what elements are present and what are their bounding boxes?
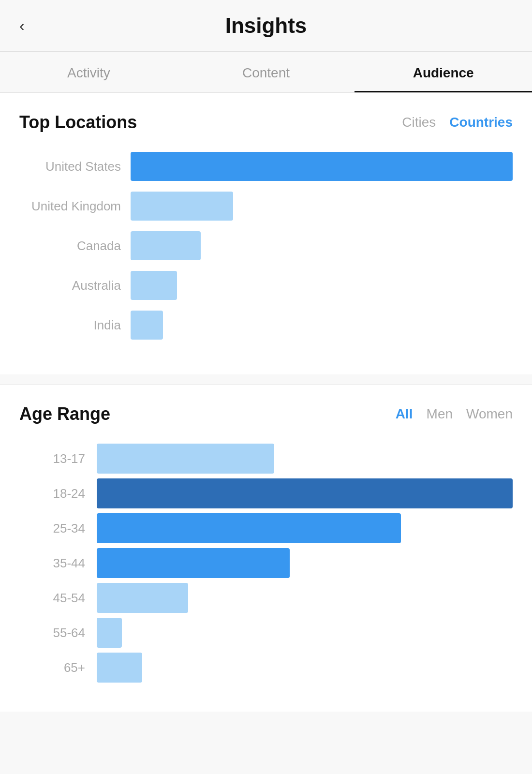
bar-fill [131,311,163,340]
age-bar-track [97,513,513,543]
top-locations-section: Top Locations Cities Countries United St… [0,93,532,374]
age-bar-row: 18-24 [19,478,513,508]
bar-label: Australia [19,278,131,293]
bar-row: United States [19,152,513,181]
age-bar-label: 65+ [19,660,97,675]
tab-activity[interactable]: Activity [0,52,177,92]
bar-row: Canada [19,231,513,260]
age-range-header: Age Range All Men Women [19,404,513,424]
age-bar-fill [97,444,274,474]
bar-label: United States [19,159,131,174]
age-range-section: Age Range All Men Women 13-1718-2425-343… [0,385,532,712]
age-bar-track [97,444,513,474]
age-bar-row: 13-17 [19,444,513,474]
bar-fill [131,192,233,221]
filter-cities[interactable]: Cities [402,115,436,130]
back-button[interactable]: ‹ [19,18,25,33]
age-bar-label: 18-24 [19,486,97,501]
bar-fill [131,152,513,181]
age-bar-track [97,478,513,508]
bar-track [131,231,513,260]
age-bar-fill [97,478,513,508]
age-bar-track [97,653,513,683]
age-bar-fill [97,548,290,578]
age-bar-label: 55-64 [19,625,97,640]
bar-row: United Kingdom [19,192,513,221]
location-filters: Cities Countries [402,115,513,130]
age-bar-fill [97,513,401,543]
age-bar-label: 35-44 [19,556,97,571]
bar-row: Australia [19,271,513,300]
age-bar-label: 25-34 [19,521,97,536]
tabs-bar: Activity Content Audience [0,52,532,93]
bar-label: Canada [19,238,131,253]
age-bar-label: 13-17 [19,451,97,466]
age-filters: All Men Women [396,406,513,422]
bar-track [131,152,513,181]
age-bar-row: 25-34 [19,513,513,543]
bar-fill [131,231,201,260]
locations-chart: United StatesUnited KingdomCanadaAustral… [19,152,513,340]
filter-countries[interactable]: Countries [449,115,513,130]
age-bar-row: 35-44 [19,548,513,578]
age-bar-row: 55-64 [19,618,513,648]
bar-track [131,271,513,300]
filter-women[interactable]: Women [466,406,513,422]
age-bar-fill [97,653,142,683]
bar-label: India [19,318,131,333]
top-locations-header: Top Locations Cities Countries [19,112,513,133]
age-bar-fill [97,618,122,648]
bar-track [131,192,513,221]
age-bar-row: 65+ [19,653,513,683]
age-bar-label: 45-54 [19,591,97,606]
tab-audience[interactable]: Audience [355,52,532,92]
page-title: Insights [225,14,307,38]
age-bar-track [97,618,513,648]
tab-content[interactable]: Content [177,52,355,92]
bar-row: India [19,311,513,340]
age-bar-track [97,548,513,578]
filter-all[interactable]: All [396,406,413,422]
filter-men[interactable]: Men [427,406,453,422]
bar-label: United Kingdom [19,199,131,214]
age-bar-fill [97,583,188,613]
age-bar-track [97,583,513,613]
bar-track [131,311,513,340]
age-bar-row: 45-54 [19,583,513,613]
header: ‹ Insights [0,0,532,52]
bar-fill [131,271,177,300]
top-locations-title: Top Locations [19,112,137,133]
age-chart: 13-1718-2425-3435-4445-5455-6465+ [19,444,513,683]
age-range-title: Age Range [19,404,110,424]
